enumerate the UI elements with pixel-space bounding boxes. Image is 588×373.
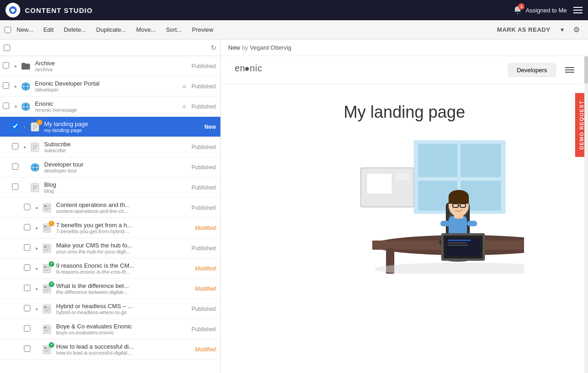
- item-name: Blog: [44, 181, 191, 188]
- row-checkbox[interactable]: [12, 163, 21, 171]
- move-button[interactable]: Move...: [132, 23, 161, 36]
- tree-list[interactable]: ▸ Archive /archive Published ▸ Enonic De…: [0, 56, 220, 373]
- drag-handle-icon[interactable]: ≡: [182, 103, 191, 110]
- expand-icon[interactable]: ▸: [21, 124, 29, 129]
- row-checkbox[interactable]: [12, 184, 21, 191]
- preview-header: New by Vegard Ottervig: [221, 40, 588, 56]
- item-icon: [40, 303, 53, 316]
- tree-item[interactable]: ▸ Enonic Developer Portal /developer ≡ P…: [0, 76, 220, 97]
- tree-item[interactable]: ▸ Subscribe subscribe Published: [0, 137, 220, 157]
- item-text: Enonic /enonic-homepage: [35, 100, 182, 113]
- tree-item[interactable]: Developer tour developer-tour Published: [0, 157, 220, 178]
- drag-handle-icon[interactable]: ≡: [182, 83, 191, 90]
- row-checkbox[interactable]: [24, 204, 33, 212]
- duplicate-button[interactable]: Duplicate...: [92, 23, 131, 36]
- tree-item[interactable]: ▸ Make your CMS the hub fo... your-cms-t…: [0, 238, 220, 258]
- header-checkbox[interactable]: [4, 45, 10, 51]
- site-illustration: [221, 126, 588, 274]
- item-text: My landing page my-landing-page: [44, 121, 204, 133]
- app-logo: [6, 3, 20, 17]
- sort-button[interactable]: Sort...: [161, 23, 187, 36]
- svg-point-55: [44, 306, 46, 309]
- assigned-label: Assigned to Me: [525, 7, 567, 14]
- row-checkbox[interactable]: [24, 345, 33, 353]
- preview-button[interactable]: Preview: [187, 23, 218, 36]
- expand-icon[interactable]: ▸: [12, 84, 19, 89]
- item-name: How to lead a successful di...: [56, 343, 195, 350]
- item-text: How to lead a successful di... how-to-le…: [56, 343, 195, 356]
- tree-item[interactable]: Blog blog Published: [0, 178, 220, 198]
- tree-item[interactable]: ▾ Enonic /enonic-homepage ≡ Published: [0, 97, 220, 117]
- nav-hamburger-icon[interactable]: [565, 67, 574, 73]
- row-checkbox[interactable]: [24, 305, 33, 313]
- item-name: Hybrid or headless CMS – ...: [56, 303, 191, 310]
- expand-icon[interactable]: ▸: [33, 286, 40, 291]
- row-checkbox[interactable]: [12, 123, 21, 131]
- expand-icon[interactable]: ▸: [21, 144, 29, 149]
- item-status: Published: [191, 103, 218, 110]
- svg-rect-94: [467, 221, 477, 226]
- site-hero: My landing page: [221, 84, 588, 126]
- expand-icon[interactable]: ▸: [33, 266, 40, 271]
- expand-icon[interactable]: ▸: [12, 63, 19, 69]
- svg-point-49: [44, 286, 46, 288]
- row-checkbox[interactable]: [12, 143, 21, 151]
- settings-gear-button[interactable]: ⚙: [570, 23, 583, 36]
- row-checkbox[interactable]: [3, 103, 12, 110]
- row-checkbox[interactable]: [3, 82, 12, 90]
- item-path: /enonic-homepage: [35, 107, 182, 113]
- expand-icon[interactable]: ▸: [33, 225, 40, 230]
- tree-item[interactable]: ▸ ✓ What is the difference bet... the-di…: [0, 279, 220, 299]
- tree-item[interactable]: ▸ Archive /archive Published: [0, 56, 220, 76]
- item-name: Content operations and th...: [56, 201, 191, 208]
- tree-item[interactable]: ▸ ✓ 9 reasons Enonic is the CM... 9-reas…: [0, 258, 220, 279]
- preview-scrollbar[interactable]: [584, 56, 588, 373]
- developers-button[interactable]: Developers: [508, 63, 556, 77]
- row-checkbox[interactable]: [24, 224, 33, 232]
- refresh-button[interactable]: ↻: [211, 44, 217, 52]
- tree-item[interactable]: ✓ How to lead a successful di... how-to-…: [0, 339, 220, 360]
- item-name: Enonic: [35, 100, 182, 107]
- item-icon: [29, 141, 41, 154]
- row-checkbox[interactable]: [3, 62, 12, 70]
- svg-rect-24: [43, 203, 51, 212]
- item-path: 7-benefits-you-get-from-hybrid-...: [56, 229, 195, 234]
- landing-page-title: My landing page: [221, 103, 588, 122]
- svg-point-37: [44, 246, 46, 248]
- item-status: Modified: [195, 286, 218, 292]
- expand-icon[interactable]: ▸: [33, 306, 40, 311]
- mark-ready-dropdown-button[interactable]: ▼: [558, 25, 567, 35]
- item-name: My landing page: [44, 121, 204, 127]
- new-button[interactable]: New...: [12, 23, 38, 36]
- tree-item[interactable]: ▸ ! My landing page my-landing-page New: [0, 117, 220, 137]
- row-checkbox[interactable]: [24, 325, 33, 333]
- item-name: 7 benefits you get from a h...: [56, 222, 195, 229]
- edit-button[interactable]: Edit: [39, 23, 58, 36]
- item-icon: [29, 161, 41, 174]
- item-icon: ✓: [40, 262, 53, 275]
- list-header: ↻: [0, 40, 220, 56]
- assigned-to-me-button[interactable]: 1 Assigned to Me: [513, 5, 567, 15]
- toolbar-left: New... Edit Delete... Duplicate... Move.…: [5, 23, 492, 36]
- row-checkbox[interactable]: [24, 285, 33, 293]
- collapse-icon[interactable]: ▾: [12, 104, 19, 109]
- row-checkbox[interactable]: [24, 264, 33, 272]
- svg-point-61: [44, 327, 46, 329]
- tree-item[interactable]: ▸ Hybrid or headless CMS – ... hybrid-or…: [0, 299, 220, 319]
- mark-as-ready-button[interactable]: MARK AS READY: [492, 23, 555, 36]
- svg-rect-100: [448, 240, 471, 241]
- tree-item[interactable]: Boye & Co evaluates Enonic boye-co-evalu…: [0, 319, 220, 339]
- toolbar-right: MARK AS READY ▼ ⚙: [492, 23, 583, 36]
- site-nav: Developers: [508, 63, 574, 77]
- delete-button[interactable]: Delete...: [59, 23, 91, 36]
- expand-icon[interactable]: ▸: [33, 246, 40, 251]
- row-checkbox[interactable]: [24, 244, 33, 252]
- item-icon: [19, 100, 32, 113]
- item-path: 9-reasons-enonic-is-the-cms-th...: [56, 269, 195, 275]
- select-all-checkbox[interactable]: [5, 27, 11, 33]
- tree-item[interactable]: ▸ Content operations and th... content-o…: [0, 198, 220, 218]
- tree-item[interactable]: ▸ ! 7 benefits you get from a h... 7-ben…: [0, 218, 220, 238]
- hamburger-menu-button[interactable]: [573, 7, 582, 13]
- item-status: Modified: [195, 346, 218, 353]
- expand-icon[interactable]: ▸: [33, 205, 40, 210]
